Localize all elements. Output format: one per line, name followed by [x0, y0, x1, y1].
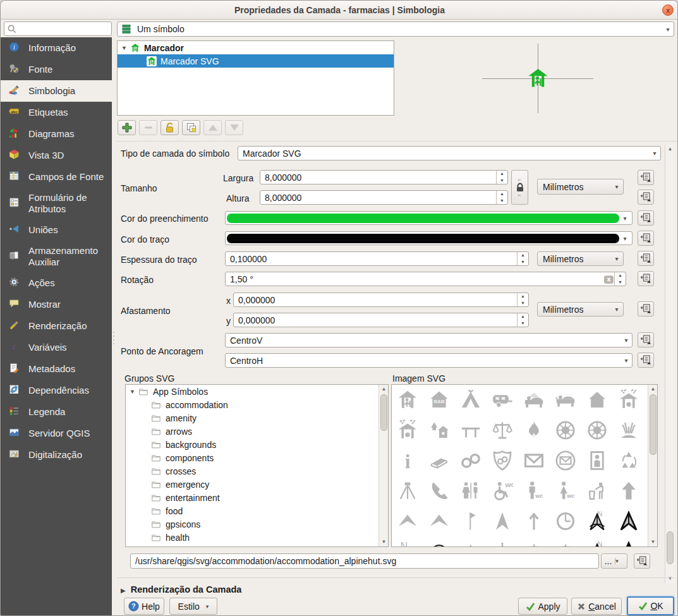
svg-image-grid[interactable]: B&BiWCwcwcNNN [391, 384, 658, 547]
spin-up-icon[interactable]: ▲ [615, 272, 626, 279]
recycle-icon[interactable] [613, 445, 645, 476]
scroll-down-icon[interactable]: ▼ [665, 574, 675, 583]
svg-group-components[interactable]: components [126, 451, 388, 464]
scales-icon[interactable] [487, 415, 518, 445]
sidebar-item-campos-de-fonte[interactable]: Campos de Fonte [1, 166, 112, 188]
sidebar-item-formulário-de-atributos[interactable]: Formulário deAtributos [1, 188, 112, 219]
spin-up-icon[interactable]: ▲ [497, 171, 507, 178]
monument-icon[interactable] [487, 536, 518, 547]
data-defined-override-button[interactable] [638, 332, 654, 347]
north-arrow-2-icon[interactable] [613, 536, 645, 547]
fire-badge-icon[interactable] [581, 415, 613, 445]
layer-rendering-group[interactable]: ▶Renderização da Camada [121, 584, 241, 595]
sidebar-search-input[interactable] [4, 21, 112, 36]
tent-icon[interactable] [455, 385, 487, 415]
apply-button[interactable]: Apply [518, 598, 567, 615]
anchor-vertical-combobox[interactable]: CentroV ▾ [225, 333, 633, 347]
scroll-up-icon[interactable]: ▲ [665, 145, 675, 154]
svg-group-crosses[interactable]: crosses [126, 464, 388, 478]
sidebar-item-uniões[interactable]: Uniões [1, 219, 112, 241]
tripod-icon[interactable] [392, 476, 423, 506]
spin-down-icon[interactable]: ▼ [497, 178, 507, 184]
data-defined-override-button[interactable] [638, 251, 654, 266]
svg-group-gpsicons[interactable]: gpsicons [126, 517, 388, 531]
sidebar-item-fonte[interactable]: Fonte [1, 59, 112, 80]
spin-down-icon[interactable]: ▼ [518, 259, 528, 266]
police-badge-icon[interactable] [487, 445, 518, 476]
move-up-button[interactable] [203, 120, 222, 135]
spin-up-icon[interactable]: ▲ [497, 191, 507, 198]
height-spinbox[interactable]: 8,000000 ▲▼ [260, 190, 508, 205]
shelter-rain-icon[interactable] [392, 415, 423, 445]
lock-aspect-ratio-button[interactable]: ⌐ ⌐ [511, 170, 528, 205]
spin-down-icon[interactable]: ▼ [497, 198, 507, 205]
anchor-horizontal-combobox[interactable]: CentroH ▾ [225, 353, 633, 368]
remove-symbol-layer-button[interactable] [139, 120, 157, 135]
svg-group-food[interactable]: food [126, 504, 388, 517]
sidebar-item-legenda[interactable]: Legenda [1, 401, 112, 423]
sidebar-item-diagramas[interactable]: Diagramas [1, 123, 112, 145]
svg-group-entertainment[interactable]: entertainment [126, 491, 388, 504]
star-spike-icon[interactable] [455, 536, 487, 547]
hut-trees-icon[interactable] [423, 415, 455, 445]
renderer-combobox[interactable]: Um símbolo ▾ [117, 21, 674, 37]
svg-group-backgrounds[interactable]: backgrounds [126, 438, 388, 451]
svg-group-accommodation[interactable]: accommodation [126, 398, 388, 411]
properties-scrollbar[interactable]: ▲ ▼ [665, 145, 674, 583]
scroll-down-icon[interactable]: ▼ [648, 538, 658, 547]
star-pin-icon[interactable] [518, 536, 550, 547]
sidebar-item-metadados[interactable]: Metadados [1, 358, 112, 380]
data-defined-override-button[interactable] [638, 190, 654, 205]
width-spinbox[interactable]: 8,000000 ▲▼ [260, 170, 508, 184]
women-wc-icon[interactable]: wc [550, 476, 581, 506]
sidebar-item-etiquetas[interactable]: abcEtiquetas [1, 102, 112, 123]
chevron-arrow-icon[interactable] [392, 506, 423, 536]
sidebar-item-digitalização[interactable]: Digitalização [1, 444, 112, 466]
arrowhead-icon[interactable] [487, 506, 518, 536]
sidebar-item-armazenamento-auxiliar[interactable]: ArmazenamentoAuxiliar [1, 241, 112, 272]
offset-y-spinbox[interactable]: 0,000000 ▲▼ [233, 313, 529, 327]
north-arrow-icon[interactable]: N [581, 536, 613, 547]
thin-arrow-icon[interactable] [518, 506, 550, 536]
svg-group-arrows[interactable]: arrows [126, 425, 388, 438]
toilets-icon[interactable] [455, 476, 487, 506]
svg-groups-scrollbar[interactable]: ▲ ▼ [378, 385, 388, 547]
rotation-spinbox[interactable]: 1,50 ° ▲▼ [225, 272, 626, 286]
splitter-handle[interactable] [112, 329, 116, 358]
stroke-unit-combobox[interactable]: Milímetros ▾ [537, 251, 624, 266]
svg-group-landmark[interactable]: landmark [126, 544, 388, 547]
data-defined-override-button[interactable] [638, 271, 654, 286]
waste-bin-icon[interactable] [581, 476, 613, 506]
sidebar-item-mostrar[interactable]: Mostrar [1, 294, 112, 315]
sidebar-item-variáveis[interactable]: εVariáveis [1, 337, 112, 358]
star-pin-icon[interactable] [550, 536, 581, 547]
size-unit-combobox[interactable]: Milímetros ▾ [537, 179, 624, 195]
house-icon[interactable] [581, 385, 613, 415]
clock-icon[interactable] [550, 506, 581, 536]
info-icon[interactable]: i [392, 445, 423, 476]
cancel-button[interactable]: Cancel [571, 598, 622, 615]
envelope-circle-icon[interactable] [550, 445, 581, 476]
sidebar-item-simbologia[interactable]: Simbologia [1, 80, 112, 102]
motel-bed-icon[interactable] [550, 385, 581, 415]
handcuffs-icon[interactable] [455, 445, 487, 476]
lock-layer-color-button[interactable] [160, 120, 179, 135]
spin-up-icon[interactable]: ▲ [518, 293, 528, 300]
collapsed-caret-icon[interactable]: ▶ [121, 587, 126, 594]
add-symbol-layer-button[interactable] [118, 120, 136, 135]
style-dropdown-button[interactable]: Estilo ▾ [169, 598, 217, 615]
svg-groups-tree[interactable]: ▼ App Símbolos accommodation amenity arr… [125, 384, 389, 547]
data-defined-override-button[interactable] [638, 170, 654, 185]
arrow-up-icon[interactable] [613, 476, 645, 506]
data-defined-override-button[interactable] [638, 210, 654, 226]
svg-image-scrollbar[interactable]: ▲ ▼ [648, 385, 657, 547]
offset-x-spinbox[interactable]: 0,000000 ▲▼ [233, 293, 529, 307]
men-wc-icon[interactable]: wc [518, 476, 550, 506]
symbol-layer-row-selected[interactable]: Marcador SVG [118, 54, 394, 68]
bb-house-icon[interactable]: B&B [423, 385, 455, 415]
ok-button[interactable]: OK [627, 596, 674, 615]
svg-group-health[interactable]: health [126, 531, 388, 544]
door-person-icon[interactable] [581, 445, 613, 476]
data-defined-override-button[interactable] [638, 353, 654, 368]
book-icon[interactable] [423, 445, 455, 476]
